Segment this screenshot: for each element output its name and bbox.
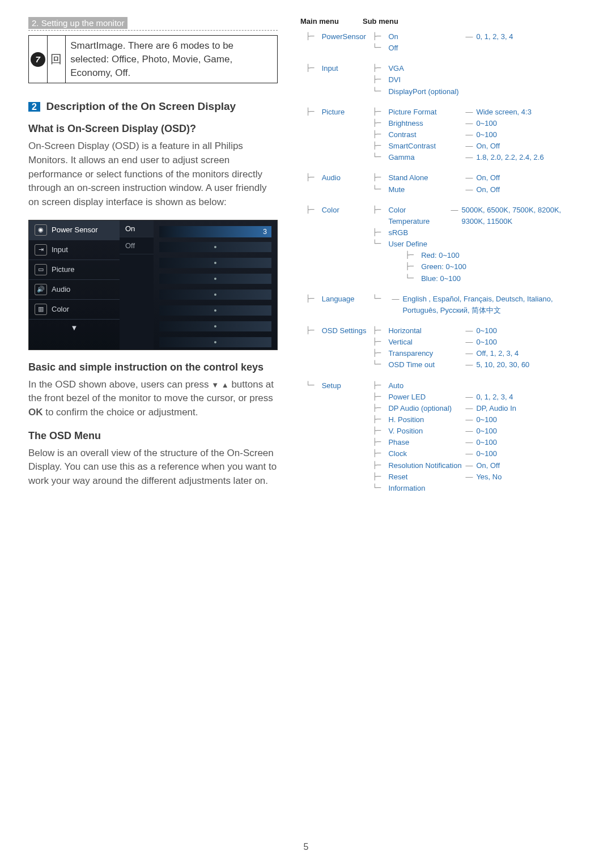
tree-sub-key: SmartContrast <box>388 141 462 152</box>
tree-sub-item: └─ Information <box>373 483 584 494</box>
down-arrow-icon: ▼ <box>211 381 219 389</box>
tree-sub-item: ├─ Phase—0~100 <box>373 437 584 448</box>
tree-sub-item: ├─ Brightness—0~100 <box>373 118 584 129</box>
section-2-title: 2 Description of the On Screen Display <box>28 100 278 113</box>
tree-sub-value: DP, Audio In <box>476 403 516 414</box>
tree-sub-item: ├─ Auto <box>373 380 584 392</box>
osd-item-picture[interactable]: ▭Picture <box>29 260 120 280</box>
tree-header-main: Main menu <box>300 17 351 25</box>
tree-sub-key: Power LED <box>388 392 462 403</box>
tree-main-label: Language <box>322 293 373 305</box>
section-number-badge: 2 <box>28 102 40 112</box>
section-2-title-text: Description of the On Screen Display <box>46 100 236 112</box>
tree-sub-key: VGA <box>388 63 462 74</box>
tree-nested-item: ├─ Red: 0~100 <box>373 250 584 261</box>
tree-sub-key: Vertical <box>388 337 462 348</box>
tree-block: └─ Setup├─ Auto├─ Power LED—0, 1, 2, 3, … <box>306 380 584 494</box>
tree-main-node: ├─ Audio├─ Stand Alone—On, Off└─ Mute—On… <box>306 172 584 195</box>
osd-menu-heading: The OSD Menu <box>28 430 278 442</box>
tree-sub-key: Clock <box>388 448 462 459</box>
tree-main-label: Color <box>322 205 373 216</box>
osd-item-input[interactable]: ⇥Input <box>29 240 120 260</box>
tree-sub-value: On, Off <box>476 460 500 471</box>
tree-sub-value: Off, 1, 2, 3, 4 <box>476 348 518 359</box>
tree-sub-item: └─ User Define <box>373 239 584 250</box>
tree-sub-item: └─ Mute—On, Off <box>373 184 584 195</box>
tree-sub-item: ├─ Horizontal—0~100 <box>373 325 584 337</box>
tree-main-node: └─ Setup├─ Auto├─ Power LED—0, 1, 2, 3, … <box>306 380 584 494</box>
tree-sub-key: Reset <box>388 471 462 483</box>
tree-sub-key: Mute <box>388 184 462 195</box>
tree-block: ├─ PowerSensor├─ On—0, 1, 2, 3, 4└─ Off <box>306 31 584 54</box>
tree-sub-value: 0~100 <box>476 448 497 459</box>
tree-sub-item: ├─ DVI <box>373 74 584 86</box>
tree-sub-key: Stand Alone <box>388 172 462 184</box>
tree-main-node: ├─ Color├─ Color Temperature—5000K, 6500… <box>306 205 584 284</box>
osd-menu-list: ◉Power Sensor ⇥Input ▭Picture 🔊Audio ▥Co… <box>29 220 120 350</box>
tree-sub-item: ├─ Transparency—Off, 1, 2, 3, 4 <box>373 348 584 359</box>
tree-main-label: OSD Settings <box>322 325 373 337</box>
osd-item-label: Audio <box>52 285 70 293</box>
osd-item-color[interactable]: ▥Color <box>29 300 120 320</box>
osd-item-label: Color <box>52 305 69 313</box>
tree-sub-item: ├─ Power LED—0, 1, 2, 3, 4 <box>373 392 584 403</box>
tree-block: ├─ Color├─ Color Temperature—5000K, 6500… <box>306 205 584 284</box>
tree-sub-value: 0~100 <box>476 426 497 437</box>
tree-sub-key: sRGB <box>388 227 462 239</box>
tree-nested-item: ├─ Green: 0~100 <box>373 261 584 273</box>
osd-option-off[interactable]: Off <box>120 237 154 254</box>
osd-dot-row: • <box>159 305 271 316</box>
tree-main-node: ├─ Language└─ —English , Español, França… <box>306 293 584 316</box>
row-number-cell: 7 <box>29 36 48 83</box>
tree-main-node: ├─ Input├─ VGA├─ DVI└─ DisplayPort (opti… <box>306 63 584 97</box>
tree-sub-item: └─ —English , Español, Français, Deutsch… <box>373 293 584 316</box>
tree-header-sub: Sub menu <box>363 17 398 25</box>
tree-sub-key: Information <box>388 483 462 494</box>
tree-sub-item: ├─ Color Temperature—5000K, 6500K, 7500K… <box>373 205 584 227</box>
tree-sub-key: Horizontal <box>388 325 462 337</box>
color-icon: ▥ <box>35 304 47 315</box>
tree-sub-item: ├─ Picture Format—Wide screen, 4:3 <box>373 107 584 118</box>
tree-sub-key: On <box>388 31 462 42</box>
tree-sub-key: DP Audio (optional) <box>388 403 462 414</box>
sensor-icon: ◉ <box>35 224 47 236</box>
tree-sub-value: 0~100 <box>476 118 497 129</box>
tree-sub-item: ├─ SmartContrast—On, Off <box>373 141 584 152</box>
osd-dot-row: • <box>159 242 271 252</box>
tree-sub-value: 1.8, 2.0, 2.2, 2.4, 2.6 <box>476 152 543 163</box>
osd-option-on[interactable]: On <box>120 220 154 237</box>
osd-tree: ├─ PowerSensor├─ On—0, 1, 2, 3, 4└─ Off├… <box>300 31 584 494</box>
tree-sub-value: 0~100 <box>476 325 497 337</box>
tree-sub-key: Phase <box>388 437 462 448</box>
tree-sub-item: └─ DisplayPort (optional) <box>373 86 584 97</box>
osd-item-down[interactable]: ▼ <box>29 320 120 336</box>
tree-sub-value: English , Español, Français, Deutsch, It… <box>402 293 584 316</box>
osd-screenshot: ◉Power Sensor ⇥Input ▭Picture 🔊Audio ▥Co… <box>28 220 278 350</box>
tree-sub-key: Picture Format <box>388 107 462 118</box>
osd-options: On Off <box>120 220 154 350</box>
osd-question-heading: What is On-Screen Display (OSD)? <box>28 123 278 135</box>
row-number-badge: 7 <box>31 52 45 67</box>
up-arrow-icon: ▲ <box>222 381 229 389</box>
audio-icon: 🔊 <box>35 284 47 295</box>
osd-item-audio[interactable]: 🔊Audio <box>29 280 120 300</box>
tree-main-node: ├─ OSD Settings├─ Horizontal—0~100├─ Ver… <box>306 325 584 371</box>
osd-item-power-sensor[interactable]: ◉Power Sensor <box>29 220 120 240</box>
tree-sub-item: └─ OSD Time out—5, 10, 20, 30, 60 <box>373 359 584 371</box>
tree-sub-value: 5, 10, 20, 30, 60 <box>476 359 529 371</box>
tree-sub-item: ├─ Clock—0~100 <box>373 448 584 459</box>
control-keys-heading: Basic and simple instruction on the cont… <box>28 361 278 373</box>
osd-item-label: Power Sensor <box>52 225 98 234</box>
tree-sub-item: └─ Gamma—1.8, 2.0, 2.2, 2.4, 2.6 <box>373 152 584 163</box>
tree-main-label: PowerSensor <box>322 31 373 42</box>
osd-value-pane: 3 • • • • • • • <box>154 220 277 350</box>
tree-sub-value: 0~100 <box>476 414 497 426</box>
ok-label: OK <box>28 407 43 418</box>
picture-icon: ▭ <box>35 264 47 275</box>
text: In the OSD shown above, users can press <box>28 379 211 390</box>
tree-sub-key: OSD Time out <box>388 359 462 371</box>
osd-dot-row: • <box>159 258 271 268</box>
tree-main-node: ├─ PowerSensor├─ On—0, 1, 2, 3, 4└─ Off <box>306 31 584 54</box>
tree-main-label: Audio <box>322 172 373 184</box>
tree-sub-value: 5000K, 6500K, 7500K, 8200K, 9300K, 11500… <box>462 205 584 227</box>
